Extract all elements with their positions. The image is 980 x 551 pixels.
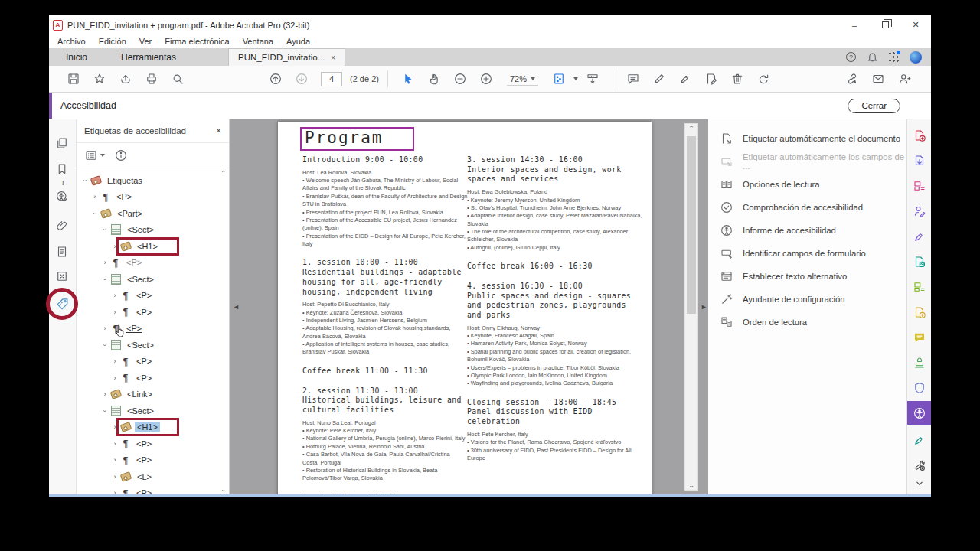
chevron-closed-icon[interactable]: ›: [109, 357, 120, 365]
chevron-open-icon[interactable]: ›: [101, 340, 109, 350]
bookmarks-icon[interactable]: [55, 162, 70, 178]
info-icon[interactable]: [114, 148, 128, 162]
chevron-closed-icon[interactable]: ›: [109, 473, 120, 481]
tree-item-sect[interactable]: ›<Sect>: [77, 271, 229, 288]
convert-pdf-icon[interactable]: [912, 254, 927, 269]
tab-document[interactable]: PUN_EIDD_invitatio... ×: [228, 48, 345, 66]
apps-grid-icon[interactable]: [889, 52, 899, 62]
tree-item-p[interactable]: ›¶<P>: [77, 321, 229, 337]
tree-item-p[interactable]: ›¶<P>: [77, 255, 229, 272]
action-autotag-doc[interactable]: Etiquetar automáticamente el documento: [708, 127, 906, 150]
save-icon[interactable]: [62, 68, 85, 90]
chevron-closed-icon[interactable]: ›: [100, 259, 110, 266]
chevron-closed-icon[interactable]: ›: [109, 308, 120, 316]
menu-item-ventana[interactable]: Ventana: [243, 37, 273, 46]
scrollbar-thumb[interactable]: [687, 136, 696, 314]
tree-item-p[interactable]: ›¶<P>: [77, 288, 229, 305]
redo-icon[interactable]: [752, 68, 775, 90]
tree-item-sect[interactable]: ›<Sect>: [77, 337, 229, 354]
chevron-closed-icon[interactable]: ›: [100, 390, 110, 398]
accessibility-check-icon[interactable]: [55, 190, 70, 205]
protect-icon[interactable]: [912, 380, 927, 396]
tree-item-h1[interactable]: ›<H1>: [77, 419, 229, 436]
tree-item-etiquetas[interactable]: ›Etiquetas: [77, 172, 229, 189]
previous-page-icon[interactable]: [264, 68, 287, 90]
chevron-closed-icon[interactable]: ›: [109, 423, 120, 431]
tab-herramientas[interactable]: Herramientas: [104, 48, 193, 66]
document-scrollbar[interactable]: ⌃ ⌄: [684, 123, 698, 491]
tree-item-p[interactable]: ›¶<P>: [77, 304, 229, 321]
tree-item-p[interactable]: ›¶<P>: [77, 435, 229, 452]
delete-icon[interactable]: [726, 68, 749, 90]
attachments-icon[interactable]: [55, 219, 70, 234]
profile-avatar[interactable]: [910, 51, 922, 64]
zoom-in-icon[interactable]: [475, 68, 498, 90]
highlight-icon[interactable]: [648, 68, 671, 90]
tab-close-icon[interactable]: ×: [331, 54, 335, 62]
print-icon[interactable]: [140, 68, 163, 90]
combine-files-icon[interactable]: [912, 279, 927, 295]
expand-tools-icon[interactable]: [912, 475, 927, 491]
action-form-fields[interactable]: Identificar campos de formulario: [708, 242, 906, 265]
tree-item-sect[interactable]: ›<Sect>: [77, 403, 229, 419]
select-tool-icon[interactable]: [397, 68, 420, 90]
tree-item-p[interactable]: ›¶<P>: [77, 354, 229, 370]
tree-item-l[interactable]: ›<L>: [77, 468, 229, 485]
email-icon[interactable]: [867, 68, 890, 90]
action-check-circle[interactable]: Comprobación de accesibilidad: [708, 196, 906, 219]
fill-sign-icon[interactable]: [700, 68, 723, 90]
stamp-icon[interactable]: [912, 355, 927, 370]
action-autotag-fields[interactable]: Etiquetar automáticamente los campos de …: [708, 150, 906, 173]
options-menu-icon[interactable]: [84, 148, 105, 162]
tree-item-p[interactable]: ›¶<P>: [77, 452, 229, 469]
comment-icon[interactable]: [622, 68, 645, 90]
create-file-icon[interactable]: [912, 305, 927, 320]
zoom-level-select[interactable]: 72%: [507, 73, 538, 86]
action-access-person[interactable]: Informe de accesibilidad: [708, 219, 906, 242]
chevron-closed-icon[interactable]: ›: [109, 489, 120, 494]
menu-item-firma-electrónica[interactable]: Firma electrónica: [165, 37, 229, 46]
tree-item-p[interactable]: ›¶<P>: [77, 485, 229, 495]
collapse-left-pane-icon[interactable]: ◄: [233, 303, 240, 311]
scroll-down-icon[interactable]: ⌄: [219, 486, 227, 493]
tree-scrollbar[interactable]: ⌃ ⌄: [219, 170, 227, 493]
chevron-closed-icon[interactable]: ›: [90, 193, 100, 201]
scroll-up-icon[interactable]: ⌃: [685, 125, 697, 132]
menu-item-ayuda[interactable]: Ayuda: [286, 37, 310, 46]
page-number-input[interactable]: 4: [321, 72, 342, 86]
tree-item-h1[interactable]: ›<H1>: [77, 238, 229, 255]
close-tool-button[interactable]: Cerrar: [848, 99, 900, 113]
chevron-closed-icon[interactable]: ›: [109, 243, 120, 250]
action-reading-options[interactable]: Opciones de lectura: [708, 173, 906, 196]
edit-pdf-icon[interactable]: [912, 178, 927, 194]
tab-inicio[interactable]: Inicio: [49, 48, 104, 66]
page-display-icon[interactable]: [547, 68, 570, 90]
chevron-closed-icon[interactable]: ›: [109, 456, 120, 464]
share-upload-icon[interactable]: [114, 68, 137, 90]
create-pdf-icon[interactable]: [912, 128, 927, 143]
tree-item-p[interactable]: ›¶<P>: [77, 189, 229, 206]
minimize-button[interactable]: –: [839, 15, 870, 34]
chevron-open-icon[interactable]: ›: [101, 406, 109, 416]
tree-item-sect[interactable]: ›<Sect>: [77, 222, 229, 239]
tree-item-part[interactable]: ›<Part>: [77, 205, 229, 222]
share-people-icon[interactable]: [893, 68, 916, 90]
menu-item-edición[interactable]: Edición: [99, 37, 126, 46]
tree-item-link[interactable]: ›<Link>: [77, 386, 229, 403]
chevron-open-icon[interactable]: ›: [101, 274, 109, 285]
content-icon[interactable]: [55, 269, 70, 285]
action-reading-order[interactable]: Orden de lectura: [708, 311, 906, 334]
help-icon[interactable]: ?: [846, 52, 856, 62]
chevron-closed-icon[interactable]: ›: [100, 324, 110, 332]
next-page-icon[interactable]: [290, 68, 313, 90]
tags-icon[interactable]: [55, 296, 70, 311]
close-button[interactable]: ✕: [900, 15, 931, 34]
page-thumbnails-icon[interactable]: [55, 136, 70, 152]
zoom-out-icon[interactable]: [449, 68, 472, 90]
sign-icon[interactable]: [674, 68, 697, 90]
page-display-chevron-icon[interactable]: [573, 77, 578, 80]
hand-tool-icon[interactable]: [423, 68, 446, 90]
search-icon[interactable]: [166, 68, 189, 90]
chevron-open-icon[interactable]: ›: [81, 175, 89, 186]
more-tools-icon[interactable]: [912, 458, 927, 473]
